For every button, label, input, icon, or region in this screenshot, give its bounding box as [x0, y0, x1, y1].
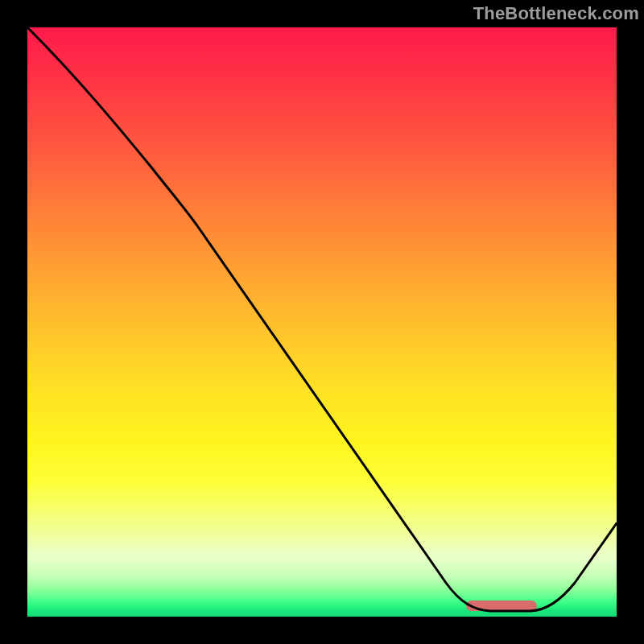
chart-svg — [27, 27, 617, 617]
plot-area — [27, 27, 617, 617]
bottleneck-curve — [27, 27, 617, 611]
watermark-text: TheBottleneck.com — [473, 3, 639, 24]
chart-frame: TheBottleneck.com — [0, 0, 644, 644]
